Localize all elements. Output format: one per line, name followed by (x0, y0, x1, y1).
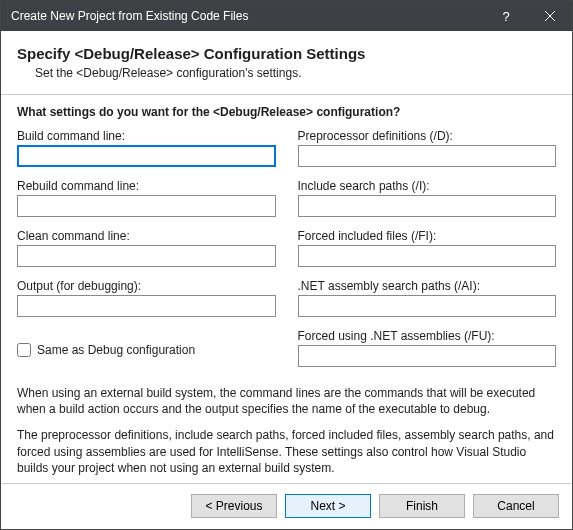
close-icon (545, 11, 555, 21)
input-include-paths[interactable] (298, 195, 557, 217)
description-block: When using an external build system, the… (17, 385, 556, 476)
field-rebuild-cmd: Rebuild command line: (17, 179, 276, 217)
cancel-button[interactable]: Cancel (473, 494, 559, 518)
description-p2: The preprocessor definitions, include se… (17, 427, 556, 476)
label-rebuild-cmd: Rebuild command line: (17, 179, 276, 193)
field-asm-paths: .NET assembly search paths (/AI): (298, 279, 557, 317)
config-question: What settings do you want for the <Debug… (17, 105, 556, 119)
label-output-debug: Output (for debugging): (17, 279, 276, 293)
help-button[interactable]: ? (484, 1, 528, 31)
same-as-debug-checkbox[interactable] (17, 343, 31, 357)
content-area: Specify <Debug/Release> Configuration Se… (1, 31, 572, 476)
input-asm-paths[interactable] (298, 295, 557, 317)
input-rebuild-cmd[interactable] (17, 195, 276, 217)
help-icon: ? (502, 9, 509, 24)
label-clean-cmd: Clean command line: (17, 229, 276, 243)
window-title: Create New Project from Existing Code Fi… (11, 9, 484, 23)
input-forced-using[interactable] (298, 345, 557, 367)
spacer-left: Same as Debug configuration (17, 329, 276, 375)
label-preproc: Preprocessor definitions (/D): (298, 129, 557, 143)
field-preproc: Preprocessor definitions (/D): (298, 129, 557, 167)
field-clean-cmd: Clean command line: (17, 229, 276, 267)
input-preproc[interactable] (298, 145, 557, 167)
input-clean-cmd[interactable] (17, 245, 276, 267)
divider (1, 94, 572, 95)
field-forced-using: Forced using .NET assemblies (/FU): (298, 329, 557, 367)
input-build-cmd[interactable] (17, 145, 276, 167)
page-heading: Specify <Debug/Release> Configuration Se… (17, 45, 556, 62)
input-output-debug[interactable] (17, 295, 276, 317)
field-forced-include: Forced included files (/FI): (298, 229, 557, 267)
label-include-paths: Include search paths (/I): (298, 179, 557, 193)
label-asm-paths: .NET assembly search paths (/AI): (298, 279, 557, 293)
close-button[interactable] (528, 1, 572, 31)
footer-buttons: < Previous Next > Finish Cancel (2, 483, 571, 528)
field-include-paths: Include search paths (/I): (298, 179, 557, 217)
previous-button[interactable]: < Previous (191, 494, 277, 518)
finish-button[interactable]: Finish (379, 494, 465, 518)
label-build-cmd: Build command line: (17, 129, 276, 143)
next-button[interactable]: Next > (285, 494, 371, 518)
checkbox-row: Same as Debug configuration (17, 343, 276, 357)
fields-grid: Build command line: Preprocessor definit… (17, 129, 556, 375)
description-p1: When using an external build system, the… (17, 385, 556, 417)
input-forced-include[interactable] (298, 245, 557, 267)
titlebar: Create New Project from Existing Code Fi… (1, 1, 572, 31)
label-forced-include: Forced included files (/FI): (298, 229, 557, 243)
page-subheading: Set the <Debug/Release> configuration's … (35, 66, 556, 80)
label-forced-using: Forced using .NET assemblies (/FU): (298, 329, 557, 343)
field-output-debug: Output (for debugging): (17, 279, 276, 317)
field-build-cmd: Build command line: (17, 129, 276, 167)
same-as-debug-label: Same as Debug configuration (37, 343, 195, 357)
